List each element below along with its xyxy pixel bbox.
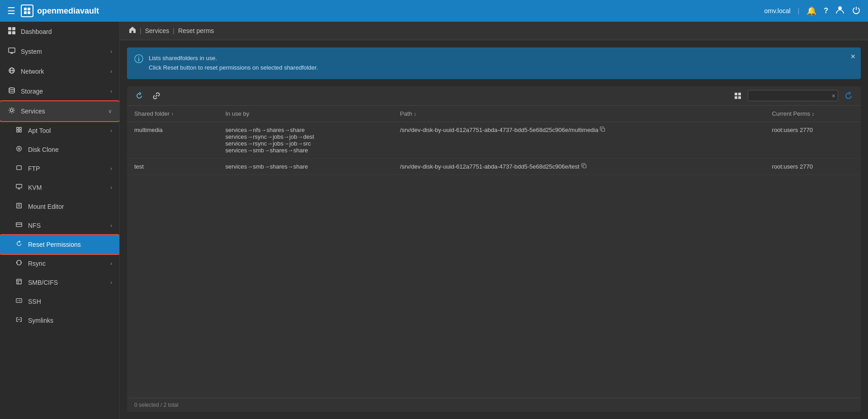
sidebar-item-label-network: Network bbox=[21, 68, 106, 75]
svg-rect-44 bbox=[602, 128, 605, 131]
sidebar-item-services[interactable]: Services ∨ bbox=[0, 101, 119, 121]
sidebar-item-rsync[interactable]: Rsync › bbox=[0, 254, 119, 273]
sidebar-item-label-mount-editor: Mount Editor bbox=[28, 203, 112, 210]
svg-rect-7 bbox=[8, 31, 11, 34]
toolbar-left bbox=[132, 90, 163, 102]
sidebar-item-apt-tool[interactable]: Apt Tool › bbox=[0, 121, 119, 140]
topbar-left: ☰ openmediavault bbox=[7, 5, 99, 17]
svg-rect-45 bbox=[583, 165, 586, 168]
sidebar-item-ssh[interactable]: SSH bbox=[0, 292, 119, 311]
content-area: | Services | Reset perms Lists sharedfol… bbox=[120, 22, 868, 419]
svg-rect-18 bbox=[19, 127, 21, 129]
sidebar-item-label-symlinks: Symlinks bbox=[28, 317, 112, 324]
reset-permissions-icon bbox=[14, 240, 24, 249]
info-banner: Lists sharedfolders in use. Click Reset … bbox=[127, 47, 861, 79]
sidebar-item-label-smb-cifs: SMB/CIFS bbox=[28, 279, 106, 286]
cell-current-perms: root:users 2770 bbox=[765, 122, 861, 158]
topbar-right: omv.local | 🔔 ? bbox=[764, 5, 861, 17]
svg-point-16 bbox=[10, 109, 13, 112]
info-banner-line1: Lists sharedfolders in use. bbox=[149, 54, 854, 63]
user-icon[interactable] bbox=[835, 5, 844, 17]
rsync-arrow-icon: › bbox=[110, 260, 112, 267]
close-icon[interactable]: × bbox=[850, 52, 855, 61]
ssh-icon bbox=[14, 297, 24, 306]
sidebar-item-network[interactable]: Network › bbox=[0, 61, 119, 81]
sidebar-item-disk-clone[interactable]: Disk Clone bbox=[0, 140, 119, 159]
grid-view-button[interactable] bbox=[731, 90, 744, 101]
home-icon[interactable] bbox=[129, 26, 136, 35]
symlinks-icon bbox=[14, 316, 24, 325]
search-clear-icon[interactable]: × bbox=[832, 92, 835, 99]
cell-path: /srv/dev-disk-by-uuid-612a7751-abda-4737… bbox=[393, 158, 765, 174]
table-row[interactable]: multimediaservices→nfs→shares→shareservi… bbox=[127, 122, 861, 158]
dashboard-icon bbox=[7, 27, 16, 36]
svg-rect-43 bbox=[738, 96, 741, 99]
topbar-divider: | bbox=[798, 7, 800, 14]
sidebar-item-label-apt-tool: Apt Tool bbox=[28, 127, 106, 134]
table-header-row: Shared folder ↑ In use by Path ↕ Current… bbox=[127, 106, 861, 122]
svg-rect-8 bbox=[12, 31, 15, 34]
hamburger-icon[interactable]: ☰ bbox=[7, 5, 15, 16]
search-input[interactable] bbox=[748, 90, 838, 101]
col-header-current-perms[interactable]: Current Perms ↕ bbox=[765, 106, 861, 122]
copy-path-icon[interactable] bbox=[581, 163, 587, 170]
sidebar-item-symlinks[interactable]: Symlinks bbox=[0, 311, 119, 330]
svg-rect-19 bbox=[17, 130, 19, 132]
info-icon bbox=[134, 54, 143, 66]
sidebar-item-ftp[interactable]: FTP › bbox=[0, 159, 119, 178]
info-banner-text: Lists sharedfolders in use. Click Reset … bbox=[149, 54, 854, 73]
breadcrumb-services[interactable]: Services bbox=[145, 27, 170, 34]
svg-rect-0 bbox=[24, 8, 27, 10]
col-header-in-use-by[interactable]: In use by bbox=[218, 106, 392, 122]
svg-rect-9 bbox=[9, 48, 15, 52]
nfs-icon bbox=[14, 221, 24, 230]
reset-button[interactable] bbox=[132, 90, 146, 102]
svg-point-22 bbox=[18, 148, 20, 150]
col-header-path[interactable]: Path ↕ bbox=[393, 106, 765, 122]
sidebar-item-smb-cifs[interactable]: SMB/CIFS › bbox=[0, 273, 119, 292]
toolbar-right: × bbox=[731, 90, 855, 102]
power-icon[interactable] bbox=[852, 5, 861, 17]
table-row[interactable]: testservices→smb→shares→share/srv/dev-di… bbox=[127, 158, 861, 174]
app-name: openmediavault bbox=[37, 6, 99, 16]
network-arrow-icon: › bbox=[110, 68, 112, 75]
notification-icon[interactable]: 🔔 bbox=[807, 6, 816, 16]
smb-cifs-arrow-icon: › bbox=[110, 279, 112, 286]
svg-point-21 bbox=[17, 146, 22, 151]
breadcrumb-sep-1: | bbox=[140, 27, 142, 34]
mount-editor-icon bbox=[14, 202, 24, 211]
sidebar-item-nfs[interactable]: NFS › bbox=[0, 216, 119, 235]
storage-arrow-icon: › bbox=[110, 88, 112, 94]
col-header-shared-folder[interactable]: Shared folder ↑ bbox=[127, 106, 218, 122]
link-button[interactable] bbox=[150, 90, 163, 102]
svg-point-39 bbox=[138, 56, 139, 57]
table-container: Shared folder ↑ In use by Path ↕ Current… bbox=[127, 106, 861, 398]
sidebar-item-reset-permissions[interactable]: Reset Permissions bbox=[0, 235, 119, 254]
svg-rect-6 bbox=[12, 27, 15, 30]
sidebar-item-label-system: System bbox=[21, 48, 106, 55]
sidebar-item-storage[interactable]: Storage › bbox=[0, 81, 119, 101]
help-icon[interactable]: ? bbox=[824, 7, 828, 15]
app-logo: openmediavault bbox=[21, 5, 99, 17]
svg-rect-23 bbox=[17, 166, 22, 170]
data-table: Shared folder ↑ In use by Path ↕ Current… bbox=[127, 106, 861, 175]
logo-icon bbox=[21, 5, 33, 17]
copy-path-icon[interactable] bbox=[600, 127, 605, 133]
sidebar-item-label-kvm: KVM bbox=[28, 184, 106, 191]
sidebar-item-label-rsync: Rsync bbox=[28, 260, 106, 267]
refresh-button[interactable] bbox=[842, 90, 855, 102]
svg-point-15 bbox=[9, 88, 14, 89]
sidebar-item-mount-editor[interactable]: Mount Editor bbox=[0, 197, 119, 216]
storage-icon bbox=[7, 87, 16, 96]
svg-rect-1 bbox=[28, 8, 30, 10]
sidebar-item-system[interactable]: System › bbox=[0, 42, 119, 61]
cell-in-use-by: services→smb→shares→share bbox=[218, 158, 392, 174]
svg-rect-35 bbox=[16, 299, 22, 303]
sidebar-item-dashboard[interactable]: Dashboard bbox=[0, 22, 119, 42]
topbar: ☰ openmediavault omv.local | 🔔 ? bbox=[0, 0, 868, 22]
system-arrow-icon: › bbox=[110, 48, 112, 55]
table-selection-info: 0 selected / 2 total bbox=[134, 402, 178, 408]
ftp-icon bbox=[14, 165, 24, 173]
services-icon bbox=[7, 107, 16, 116]
sidebar-item-kvm[interactable]: KVM › bbox=[0, 178, 119, 197]
